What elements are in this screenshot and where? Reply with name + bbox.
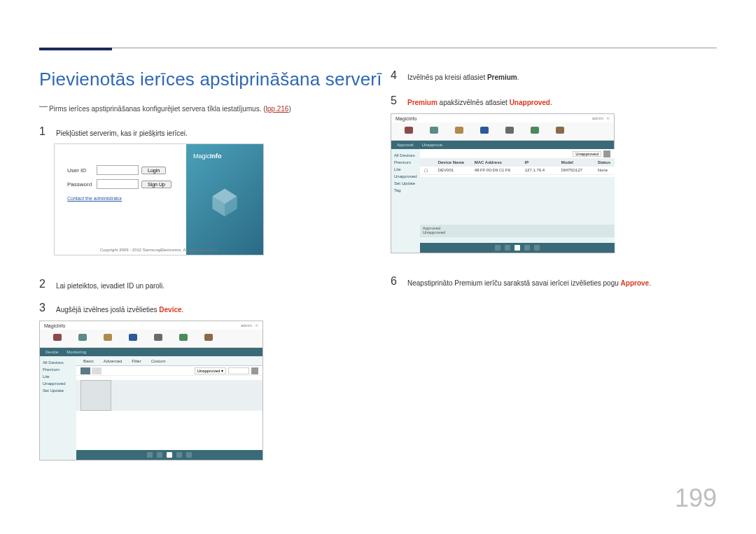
nav-icon[interactable]: [78, 334, 88, 344]
app-logo: MagicInfo: [44, 323, 65, 328]
page-number: 199: [675, 484, 717, 513]
subnav-item[interactable]: Approval: [397, 143, 414, 147]
user-menu[interactable]: admin ⎋: [592, 116, 610, 120]
nav-icon[interactable]: [505, 127, 514, 136]
step-5: 5 Premium apakšizvēlnēs atlasiet Unappro…: [391, 95, 552, 108]
user-menu[interactable]: admin ⎋: [241, 323, 258, 328]
step-6: 6 Neapstiprināto Premium ierīču sarakstā…: [391, 276, 651, 288]
header-rule: [39, 48, 717, 48]
page-btn[interactable]: [157, 452, 162, 458]
tab[interactable]: Basic: [80, 359, 97, 363]
nav-icon-active[interactable]: [128, 334, 138, 344]
step-number: 1: [39, 126, 46, 137]
page-ref-link[interactable]: lpp.216: [266, 105, 289, 113]
view-toggle[interactable]: [92, 367, 102, 374]
note-close: ): [288, 105, 290, 113]
sidebar-item[interactable]: Set Update: [43, 388, 74, 393]
page-btn[interactable]: [186, 452, 192, 458]
sidebar-item[interactable]: Lite: [43, 374, 74, 379]
step-text: Premium apakšizvēlnēs atlasiet Unapprove…: [407, 95, 552, 108]
view-toggle[interactable]: [80, 367, 90, 374]
copyright-text: Copyright 2009 - 2012 SamsungElectronics…: [55, 248, 263, 252]
sidebar-item[interactable]: Lite: [394, 167, 417, 171]
tab[interactable]: Advanced: [101, 359, 125, 363]
page-btn[interactable]: [505, 245, 510, 251]
nav-icon[interactable]: [178, 334, 188, 344]
step-2: 2 Lai pieteiktos, ievadiet ID un paroli.: [39, 279, 164, 291]
step-text: Piekļūstiet serverim, kas ir piešķirts i…: [56, 126, 188, 139]
page-btn[interactable]: [167, 452, 172, 458]
signup-button[interactable]: Sign Up: [141, 181, 172, 188]
password-label: Password: [67, 181, 97, 188]
nav-icon[interactable]: [52, 334, 62, 344]
page-btn[interactable]: [495, 245, 500, 251]
config-note: Pirms ierīces apstiprināšanas konfigurēj…: [39, 105, 291, 113]
sidebar-item[interactable]: Premium: [394, 160, 417, 164]
search-icon[interactable]: [251, 367, 258, 374]
sidebar-item[interactable]: Premium: [43, 367, 74, 372]
password-input[interactable]: [97, 179, 139, 189]
unapproved-screenshot: MagicInfo admin ⎋ Approval Unapprove All…: [391, 113, 615, 253]
summary-bar: Approved Unapproved: [420, 225, 615, 237]
sidebar-item[interactable]: All Devices: [43, 360, 74, 365]
device-thumbnail[interactable]: [80, 380, 111, 411]
step-text: Neapstiprināto Premium ierīču sarakstā s…: [407, 276, 651, 288]
step-number: 3: [39, 302, 46, 314]
nav-icon[interactable]: [555, 127, 565, 136]
step-3: 3 Augšējā izvēlnes joslā izvēlieties Dev…: [39, 302, 183, 315]
step-text: Augšējā izvēlnes joslā izvēlieties Devic…: [56, 302, 183, 315]
sidebar: All Devices Premium Lite Unapproved Set …: [391, 149, 420, 253]
page-title: Pievienotās ierīces apstiprināšana serve…: [39, 69, 382, 90]
note-text: Pirms ierīces apstiprināšanas konfigurēj…: [49, 105, 266, 113]
nav-icon[interactable]: [530, 127, 540, 136]
login-banner: MagicInfo: [186, 144, 263, 255]
sidebar-item[interactable]: Set Update: [394, 181, 417, 185]
nav-iconbar: [40, 330, 262, 348]
nav-icon[interactable]: [454, 127, 464, 136]
nav-icon[interactable]: [404, 127, 414, 136]
sub-nav: Approval Unapprove: [391, 141, 614, 149]
table-row[interactable]: ☐ DEV001 48:FF:00:D9:C1:F6 127.1.79.4 DM…: [420, 167, 615, 175]
nav-icon[interactable]: [429, 127, 439, 136]
step-number: 2: [39, 279, 46, 290]
page-btn[interactable]: [514, 245, 520, 251]
subnav-item[interactable]: Device: [46, 350, 58, 354]
content-area: [76, 380, 262, 411]
nav-icon-active[interactable]: [479, 127, 489, 136]
cube-icon: [209, 187, 240, 218]
step-text: Izvēlnēs pa kreisi atlasiet Premium.: [407, 70, 519, 83]
user-id-label: User ID: [67, 167, 97, 174]
page-btn[interactable]: [524, 245, 530, 251]
magicinfo-logo: MagicInfo: [193, 153, 222, 160]
step-number: 6: [391, 276, 398, 287]
step-4: 4 Izvēlnēs pa kreisi atlasiet Premium.: [391, 70, 519, 83]
page-btn[interactable]: [147, 452, 153, 458]
search-input[interactable]: [228, 367, 249, 374]
nav-iconbar: [391, 122, 614, 141]
pagination-bar: [76, 450, 262, 460]
note-dash-icon: [39, 106, 48, 107]
sidebar-item[interactable]: Unapproved: [43, 381, 74, 386]
page-btn[interactable]: [534, 245, 540, 251]
header-accent: [39, 48, 112, 50]
filter-dropdown[interactable]: Unapproved: [573, 151, 601, 157]
sub-nav: Device Monitoring: [40, 348, 262, 356]
tab[interactable]: Custom: [148, 359, 169, 363]
step-text: Lai pieteiktos, ievadiet ID un paroli.: [56, 279, 164, 291]
page-btn[interactable]: [176, 452, 182, 458]
subnav-item[interactable]: Unapprove: [422, 143, 442, 147]
filter-dropdown[interactable]: Unapproved ▾: [195, 367, 226, 374]
nav-icon[interactable]: [103, 334, 113, 344]
app-logo: MagicInfo: [396, 116, 416, 121]
sidebar-item[interactable]: Unapproved: [394, 174, 417, 178]
sidebar-item[interactable]: Tag: [394, 188, 417, 192]
subnav-item[interactable]: Monitoring: [66, 350, 86, 354]
login-button[interactable]: Login: [141, 167, 166, 174]
nav-icon[interactable]: [153, 334, 163, 344]
user-id-input[interactable]: [97, 165, 139, 175]
contact-admin-link[interactable]: Contact the administrator: [67, 196, 176, 201]
tab[interactable]: Filter: [129, 359, 144, 363]
search-icon[interactable]: [603, 150, 610, 157]
sidebar-item[interactable]: All Devices: [394, 153, 417, 157]
nav-icon[interactable]: [204, 334, 214, 344]
